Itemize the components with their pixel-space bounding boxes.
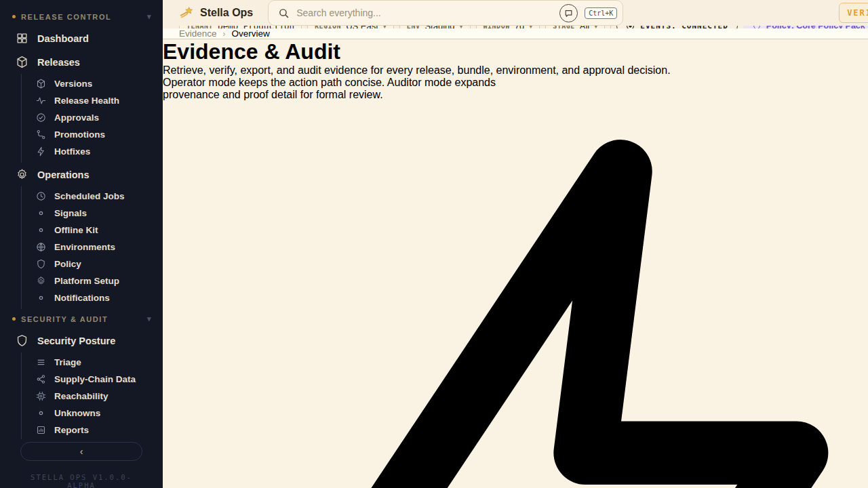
sidebar-item-signals[interactable]: Signals — [22, 205, 163, 222]
sidebar-item-label: Scheduled Jobs — [54, 191, 125, 201]
share-icon — [36, 374, 46, 384]
sidebar-item-releases[interactable]: Releases — [0, 50, 163, 74]
section-label: RELEASE CONTROL — [21, 13, 111, 21]
sidebar-item-label: Reachability — [54, 391, 108, 401]
sidebar-item-environments[interactable]: Environments — [22, 239, 163, 256]
sidebar-item-label: Dashboard — [37, 33, 89, 44]
topbar: Stella Ops Ctrl+K VERIFY — [163, 0, 868, 26]
breadcrumb: Evidence › Overview — [163, 28, 868, 39]
sidebar-item-notifications[interactable]: Notifications — [22, 289, 163, 306]
lightning-icon — [36, 146, 46, 157]
sidebar-item-approvals[interactable]: Approvals — [22, 109, 163, 126]
sidebar-item-label: Notifications — [54, 293, 110, 303]
sidebar-item-dashboard[interactable]: Dashboard — [0, 26, 163, 50]
sidebar-item-label: Operations — [37, 169, 90, 180]
global-search[interactable]: Ctrl+K — [268, 0, 623, 26]
sidebar-item-security-posture[interactable]: Security Posture — [0, 329, 163, 352]
package-icon — [36, 79, 46, 89]
activity-icon — [36, 96, 46, 106]
shield-icon — [36, 259, 46, 269]
sidebar-item-triage[interactable]: Triage — [22, 354, 163, 371]
section-header-security-audit[interactable]: SECURITY & AUDIT▾ — [0, 309, 163, 329]
mode-toggle-row: Operator — [163, 101, 868, 488]
breadcrumb-separator-icon: › — [223, 29, 226, 39]
mode-note: Operator mode keeps the action path conc… — [163, 77, 868, 101]
dashboard-grid-icon — [16, 32, 28, 45]
sidebar-subgroup: VersionsRelease HealthApprovalsPromotion… — [21, 74, 163, 163]
brand[interactable]: Stella Ops — [179, 5, 253, 20]
sidebar-nav: RELEASE CONTROL▾DashboardReleasesVersion… — [0, 0, 163, 439]
dot-icon — [36, 225, 46, 235]
branch-icon — [36, 129, 46, 140]
brand-name: Stella Ops — [200, 7, 253, 19]
assistant-chat-button[interactable] — [559, 4, 578, 22]
section-dot-icon — [12, 317, 16, 321]
sidebar-item-offline-kit[interactable]: Offline Kit — [22, 222, 163, 239]
mode-note-line2: provenance and proof detail for formal r… — [163, 89, 868, 101]
search-input[interactable] — [296, 7, 553, 18]
chart-icon — [36, 425, 46, 435]
sidebar-item-operations[interactable]: Operations — [0, 163, 163, 186]
check-circle-icon — [36, 113, 46, 123]
sidebar-item-platform-setup[interactable]: Platform Setup — [22, 272, 163, 289]
gear-icon — [36, 276, 46, 286]
breadcrumb-overview: Overview — [232, 28, 270, 39]
dot-icon — [36, 408, 46, 418]
topbar-actions: VERIFY admin ▾ — [839, 3, 868, 23]
sidebar-item-label: Environments — [54, 242, 115, 252]
sidebar-item-label: Platform Setup — [54, 276, 119, 286]
sidebar-item-scheduled-jobs[interactable]: Scheduled Jobs — [22, 188, 163, 205]
globe-icon — [36, 242, 46, 252]
sidebar-item-label: Offline Kit — [54, 225, 98, 235]
verify-button[interactable]: VERIFY — [839, 3, 868, 23]
sidebar-item-policy[interactable]: Policy — [22, 256, 163, 272]
sidebar-item-supply-chain-data[interactable]: Supply-Chain Data — [22, 371, 163, 388]
sidebar-item-release-health[interactable]: Release Health — [22, 92, 163, 109]
page-title: Evidence & Audit — [163, 39, 868, 64]
list-icon — [36, 357, 46, 367]
chevron-down-icon: ▾ — [147, 314, 152, 323]
sidebar-item-unknowns[interactable]: Unknowns — [22, 405, 163, 422]
sidebar-item-label: Policy — [54, 259, 81, 269]
sidebar-subgroup: TriageSupply-Chain DataReachabilityUnkno… — [21, 352, 163, 439]
app-root: RELEASE CONTROL▾DashboardReleasesVersion… — [0, 0, 868, 488]
sidebar-item-label: Release Health — [54, 96, 119, 106]
sidebar-item-reports[interactable]: Reports — [22, 422, 163, 439]
sidebar-item-promotions[interactable]: Promotions — [22, 126, 163, 143]
sidebar-item-hotfixes[interactable]: Hotfixes — [22, 143, 163, 160]
section-dot-icon — [12, 15, 16, 18]
sidebar: RELEASE CONTROL▾DashboardReleasesVersion… — [0, 0, 163, 488]
sidebar-footer: ‹ STELLA OPS V1.0.0-ALPHA — [0, 439, 163, 488]
app-version-label: STELLA OPS V1.0.0-ALPHA — [20, 473, 142, 488]
sidebar-item-reachability[interactable]: Reachability — [22, 388, 163, 405]
sidebar-item-label: Releases — [37, 57, 80, 68]
package-icon — [16, 56, 28, 68]
breadcrumb-evidence[interactable]: Evidence — [179, 28, 217, 39]
dot-icon — [36, 208, 46, 218]
mode-note-line1: Operator mode keeps the action path conc… — [163, 77, 868, 89]
shield-icon — [16, 334, 28, 347]
sidebar-item-label: Unknowns — [54, 408, 100, 418]
sidebar-item-label: Hotfixes — [54, 146, 90, 157]
sidebar-item-label: Security Posture — [37, 336, 115, 346]
comet-logo-icon — [179, 5, 194, 20]
chip-icon — [36, 391, 46, 401]
shortcut-badge: Ctrl+K — [585, 7, 617, 19]
page-content: Evidence & Audit Retrieve, verify, expor… — [163, 39, 868, 488]
sidebar-item-label: Triage — [54, 357, 81, 367]
sidebar-item-versions[interactable]: Versions — [22, 75, 163, 92]
section-label: SECURITY & AUDIT — [21, 315, 108, 323]
clock-icon — [36, 191, 46, 201]
sidebar-item-label: Versions — [54, 79, 92, 89]
sidebar-collapse-button[interactable]: ‹ — [20, 442, 142, 461]
main-area: Stella Ops Ctrl+K VERIFY — [163, 0, 868, 488]
section-header-release-control[interactable]: RELEASE CONTROL▾ — [0, 7, 163, 26]
search-icon — [278, 7, 290, 19]
page-subtitle: Retrieve, verify, export, and audit evid… — [163, 64, 868, 77]
lightning-icon — [163, 101, 868, 488]
chat-bubble-icon — [564, 9, 573, 18]
sidebar-subgroup: Scheduled JobsSignalsOffline KitEnvironm… — [21, 186, 163, 309]
dot-icon — [36, 293, 46, 303]
gear-icon — [16, 168, 28, 181]
sidebar-item-label: Promotions — [54, 129, 105, 140]
